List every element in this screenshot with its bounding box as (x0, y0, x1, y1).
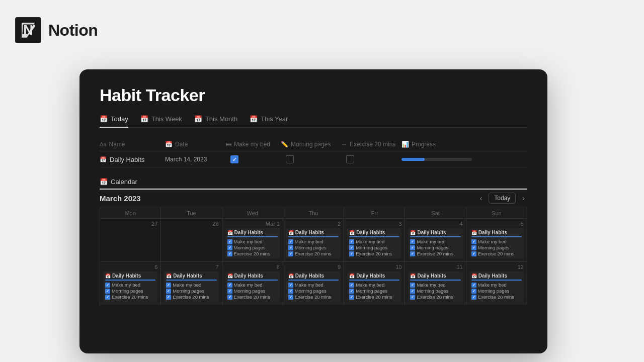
calendar-nav: March 2023 ‹ Today › (100, 193, 527, 204)
event-check (410, 251, 415, 256)
event-item: Exercise 20 mins (410, 294, 460, 300)
event-bar (105, 280, 155, 281)
makebed-checkbox[interactable] (230, 155, 238, 163)
calendar-icon-year: 📅 (250, 115, 258, 123)
tab-today[interactable]: 📅 Today (100, 115, 128, 128)
progress-bar-container (401, 158, 472, 161)
event-block: 📅 Daily Habits Make my bed Morning pages… (225, 228, 280, 258)
event-check (471, 239, 476, 244)
event-check (227, 283, 232, 288)
col-header-morning: ✏️ Morning pages (281, 141, 341, 148)
chart-icon: 📊 (401, 141, 409, 148)
day-number: 8 (225, 264, 280, 270)
event-block: 📅Daily Habits Make my bed Morning pages … (103, 272, 157, 302)
event-bar (410, 236, 460, 237)
event-bar (349, 280, 399, 281)
day-number: 7 (164, 264, 218, 270)
event-item: Exercise 20 mins (471, 294, 522, 300)
day-cell-6[interactable]: 6 📅Daily Habits Make my bed Morning page… (100, 262, 161, 305)
event-check (471, 251, 476, 256)
event-bar (471, 236, 522, 237)
event-item: Morning pages (288, 288, 339, 294)
day-cell-9[interactable]: 9 📅Daily Habits Make my bed Morning page… (283, 262, 344, 305)
event-check (166, 289, 171, 294)
exercise-checkbox[interactable] (346, 155, 354, 163)
event-check (227, 295, 232, 300)
event-check (349, 239, 354, 244)
day-header-wed: Wed (222, 208, 283, 219)
calendar-icon-week: 📅 (140, 115, 148, 123)
morning-checkbox[interactable] (286, 155, 294, 163)
tab-this-month[interactable]: 📅 This Month (194, 115, 237, 128)
event-check (349, 295, 354, 300)
row-name: 📅 Daily Habits (100, 156, 165, 163)
event-check (410, 295, 415, 300)
event-bar (288, 236, 339, 237)
day-cell-7[interactable]: 7 📅Daily Habits Make my bed Morning page… (161, 262, 222, 305)
day-cell-2[interactable]: 2 📅Daily Habits Make my bed Morning page… (283, 219, 344, 262)
day-header-mon: Mon (100, 208, 161, 219)
event-item: Exercise 20 mins (105, 294, 155, 300)
app-content: Habit Tracker 📅 Today 📅 This Week 📅 This… (79, 69, 547, 353)
day-number: 10 (347, 264, 401, 270)
event-item: Make my bed (349, 239, 399, 244)
event-cal-icon: 📅 (349, 230, 355, 235)
row-date: March 14, 2023 (165, 156, 225, 163)
event-bar (288, 280, 339, 281)
calendar-grid: Mon Tue Wed Thu Fri Sat Sun 27 28 Mar (100, 208, 527, 305)
tab-this-year[interactable]: 📅 This Year (250, 115, 288, 128)
day-number: 28 (164, 221, 218, 227)
day-header-fri: Fri (344, 208, 405, 219)
event-check (166, 283, 171, 288)
event-block: 📅Daily Habits Make my bed Morning pages … (408, 272, 462, 302)
day-cell-28[interactable]: 28 (161, 219, 222, 262)
event-check (288, 295, 293, 300)
tab-navigation: 📅 Today 📅 This Week 📅 This Month 📅 This … (100, 115, 527, 128)
day-cell-3[interactable]: 3 📅Daily Habits Make my bed Morning page… (344, 219, 405, 262)
event-item: Morning pages (349, 288, 399, 294)
table-row: 📅 Daily Habits March 14, 2023 (100, 151, 527, 168)
text-icon: Aa (100, 141, 106, 147)
event-item: Make my bed (410, 282, 460, 288)
day-number: 4 (408, 221, 462, 227)
event-check (288, 289, 293, 294)
day-cell-10[interactable]: 10 📅Daily Habits Make my bed Morning pag… (344, 262, 405, 305)
event-item: Morning pages (288, 245, 339, 250)
event-cal-icon: 📅 (349, 274, 355, 279)
day-number: 9 (286, 264, 341, 270)
next-month-button[interactable]: › (520, 193, 527, 203)
event-cal-icon: 📅 (410, 230, 416, 235)
event-check (410, 283, 415, 288)
event-bar (349, 236, 399, 237)
event-item: Morning pages (410, 245, 460, 250)
prev-month-button[interactable]: ‹ (477, 193, 485, 203)
day-cell-11[interactable]: 11 📅Daily Habits Make my bed Morning pag… (405, 262, 466, 305)
device-frame: Habit Tracker 📅 Today 📅 This Week 📅 This… (79, 69, 547, 353)
exercise-icon: ↔ (341, 141, 347, 148)
app-title: Notion (48, 21, 98, 40)
day-cell-27[interactable]: 27 (100, 219, 161, 262)
event-cal-icon: 📅 (227, 230, 233, 235)
today-button[interactable]: Today (489, 193, 516, 204)
day-cell-mar1[interactable]: Mar 1 📅 Daily Habits Make my bed Morning… (222, 219, 283, 262)
day-cell-12[interactable]: 12 📅Daily Habits Make my bed Morning pag… (466, 262, 527, 305)
event-title: 📅Daily Habits (288, 230, 339, 235)
event-title: 📅Daily Habits (166, 273, 216, 279)
day-cell-5[interactable]: 5 📅Daily Habits Make my bed Morning page… (466, 219, 527, 262)
event-item: Exercise 20 mins (410, 251, 460, 256)
day-cell-4[interactable]: 4 📅Daily Habits Make my bed Morning page… (405, 219, 466, 262)
event-title: 📅Daily Habits (410, 273, 460, 279)
event-block: 📅Daily Habits Make my bed Morning pages … (347, 228, 401, 258)
day-cell-8[interactable]: 8 📅Daily Habits Make my bed Morning page… (222, 262, 283, 305)
day-header-sun: Sun (466, 208, 527, 219)
event-bar (471, 280, 522, 281)
page-title: Habit Tracker (100, 85, 527, 105)
event-check (471, 295, 476, 300)
event-bar (166, 280, 216, 281)
event-title: 📅Daily Habits (349, 273, 399, 279)
event-check (410, 239, 415, 244)
row-exercise-cell (341, 155, 401, 163)
event-item: Make my bed (227, 282, 278, 288)
tab-this-week[interactable]: 📅 This Week (140, 115, 182, 128)
day-number: 3 (347, 221, 401, 227)
